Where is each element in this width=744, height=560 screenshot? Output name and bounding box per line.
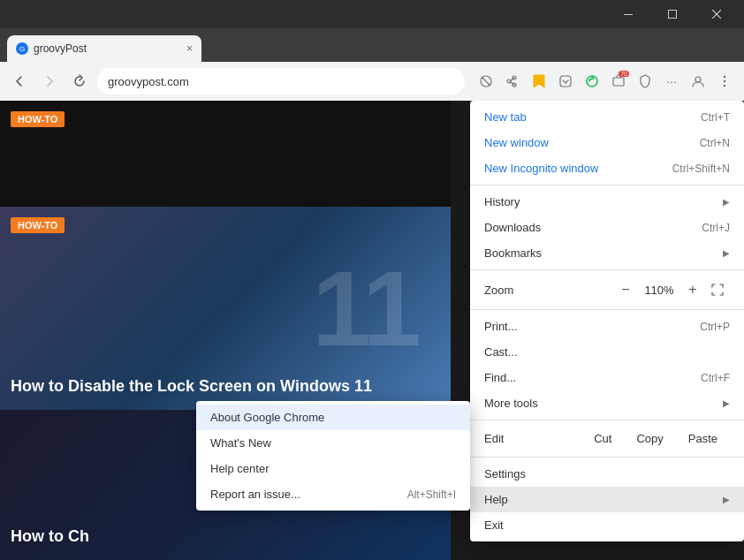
back-button[interactable]	[7, 69, 32, 94]
zoom-fullscreen-btn[interactable]	[705, 277, 730, 302]
svg-point-13	[724, 76, 725, 78]
menu-help[interactable]: Help ▶	[470, 487, 744, 512]
help-whats-new[interactable]: What's New	[196, 430, 470, 456]
menu-print[interactable]: Print... Ctrl+P	[470, 314, 744, 339]
article2-title: How to Ch	[11, 526, 451, 547]
tab-favicon: G	[16, 42, 28, 55]
menu-cast[interactable]: Cast...	[470, 339, 744, 365]
svg-point-14	[724, 80, 725, 82]
minimize-button[interactable]	[608, 0, 649, 28]
extensions-count-badge: 70	[619, 71, 629, 77]
refresh-extension-icon[interactable]	[580, 69, 604, 94]
svg-rect-1	[669, 11, 677, 19]
svg-point-8	[507, 79, 511, 83]
menu-settings[interactable]: Settings	[470, 461, 744, 487]
svg-point-15	[724, 85, 725, 87]
menu-exit[interactable]: Exit	[470, 512, 744, 538]
menu-more-tools[interactable]: More tools ▶	[470, 390, 744, 416]
maximize-button[interactable]	[652, 0, 693, 28]
zoom-minus-btn[interactable]: −	[613, 277, 638, 302]
menu-new-incognito[interactable]: New Incognito window Ctrl+Shift+N	[470, 155, 744, 181]
article1-badge: HOW-TO	[11, 217, 65, 233]
zoom-plus-btn[interactable]: +	[680, 277, 705, 302]
menu-bookmarks[interactable]: Bookmarks ▶	[470, 240, 744, 266]
menu-new-window[interactable]: New window Ctrl+N	[470, 130, 744, 155]
extensions-badge-icon[interactable]: 70	[606, 69, 631, 94]
svg-rect-11	[613, 78, 624, 86]
tab-title: groovyPost	[34, 42, 181, 55]
title-bar	[0, 0, 744, 28]
address-input[interactable]	[97, 68, 465, 95]
svg-line-5	[482, 77, 490, 86]
menu-divider-3	[470, 309, 744, 310]
tab-bar: G groovyPost ×	[0, 28, 744, 62]
svg-rect-9	[560, 76, 571, 87]
menu-cut-btn[interactable]: Cut	[581, 428, 624, 450]
menu-copy-btn[interactable]: Copy	[624, 428, 675, 450]
menu-divider-2	[470, 269, 744, 270]
address-bar: 70 ···	[0, 62, 744, 101]
svg-point-12	[695, 77, 701, 82]
svg-rect-0	[624, 14, 633, 15]
more-extensions-icon[interactable]: ···	[659, 69, 684, 94]
help-center[interactable]: Help center	[196, 456, 470, 481]
article1-title: How to Disable the Lock Screen on Window…	[11, 376, 440, 397]
menu-divider-1	[470, 185, 744, 185]
reload-button[interactable]	[67, 69, 92, 94]
menu-divider-4	[470, 420, 744, 420]
zoom-value-display: 110%	[638, 284, 680, 297]
no-image-icon[interactable]	[474, 69, 498, 94]
menu-find[interactable]: Find... Ctrl+F	[470, 365, 744, 390]
menu-new-tab[interactable]: New tab Ctrl+T	[470, 104, 744, 130]
menu-paste-btn[interactable]: Paste	[676, 428, 730, 450]
forward-button[interactable]	[37, 69, 62, 94]
hero-dark	[0, 101, 451, 207]
main-content: 11 HOW-TO How to Disable the Lock Screen…	[0, 101, 744, 560]
toolbar-icons: 70 ···	[474, 69, 737, 94]
menu-history[interactable]: History ▶	[470, 189, 744, 215]
tab-close[interactable]: ×	[186, 42, 193, 55]
article-card-1[interactable]: 11 HOW-TO How to Disable the Lock Screen…	[0, 207, 451, 410]
menu-edit-row: Edit Cut Copy Paste	[470, 424, 744, 453]
menu-divider-5	[470, 457, 744, 458]
chrome-menu-button[interactable]	[712, 69, 737, 94]
help-about-chrome[interactable]: About Google Chrome	[196, 405, 470, 430]
menu-downloads[interactable]: Downloads Ctrl+J	[470, 215, 744, 240]
chrome-main-menu: New tab Ctrl+T New window Ctrl+N New Inc…	[470, 101, 744, 541]
pocket-icon[interactable]	[553, 69, 578, 94]
menu-zoom-row: Zoom − 110% +	[470, 274, 744, 306]
shield-icon[interactable]	[633, 69, 657, 94]
bookmark-icon[interactable]	[527, 69, 551, 94]
profile-icon[interactable]	[686, 69, 710, 94]
close-button[interactable]	[696, 0, 737, 28]
help-submenu: About Google Chrome What's New Help cent…	[196, 401, 470, 511]
share-icon[interactable]	[500, 69, 525, 94]
help-report-issue[interactable]: Report an issue... Alt+Shift+I	[196, 481, 470, 507]
active-tab[interactable]: G groovyPost ×	[7, 35, 201, 62]
